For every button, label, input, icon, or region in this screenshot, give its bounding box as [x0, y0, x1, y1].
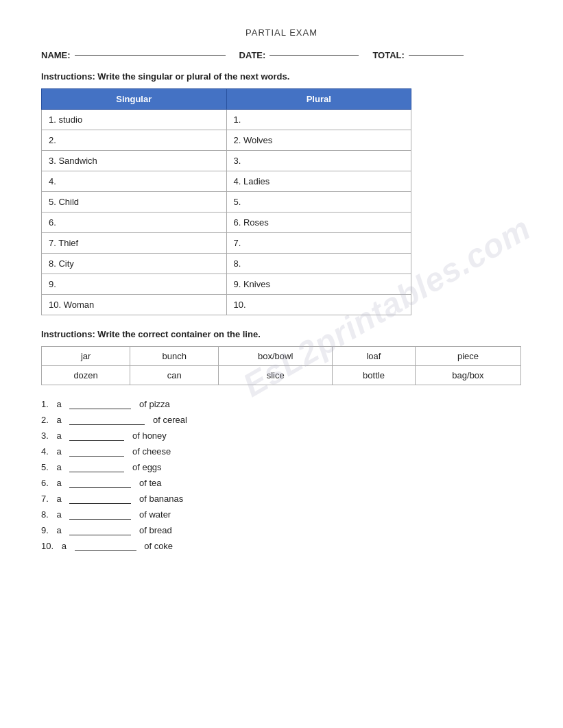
fill-num: 5.	[41, 462, 49, 472]
fill-prefix: a	[56, 509, 61, 520]
container-cell: bunch	[130, 347, 219, 366]
container-table: jarbunchbox/bowlloafpiecedozencanslicebo…	[41, 346, 521, 385]
singular-cell: 6.	[42, 213, 227, 233]
fill-suffix: of bread	[139, 525, 172, 535]
fill-suffix: of cereal	[153, 415, 187, 425]
fill-suffix: of water	[139, 509, 171, 520]
container-row: dozencanslicebottlebag/box	[42, 366, 521, 385]
fill-item: 4. a of cheese	[41, 446, 522, 457]
table-row: 4.4. Ladies	[42, 171, 411, 192]
fill-num: 9.	[41, 525, 49, 535]
plural-cell: 6. Roses	[226, 213, 411, 233]
table-row: 5. Child5.	[42, 192, 411, 213]
fill-prefix: a	[56, 430, 61, 441]
fill-blank[interactable]	[69, 431, 124, 441]
container-row: jarbunchbox/bowlloafpiece	[42, 347, 521, 366]
total-label: TOTAL:	[372, 50, 404, 60]
fill-blank[interactable]	[69, 494, 131, 504]
fill-prefix: a	[56, 399, 61, 409]
singular-cell: 3. Sandwich	[42, 151, 227, 171]
fill-blank[interactable]	[69, 400, 131, 409]
container-cell: box/bowl	[219, 347, 333, 366]
fill-item: 5. a of eggs	[41, 462, 522, 472]
s2-instructions-bold: Write the correct container on the line.	[97, 329, 260, 339]
date-label: DATE:	[239, 50, 266, 60]
fill-num: 6.	[41, 478, 49, 488]
fill-suffix: of cheese	[132, 446, 171, 457]
date-underline	[269, 55, 359, 56]
fill-suffix: of tea	[139, 478, 162, 488]
plural-cell: 1.	[226, 110, 411, 130]
plural-cell: 3.	[226, 151, 411, 171]
fill-item: 9. a of bread	[41, 525, 522, 535]
name-field: NAME:	[41, 50, 226, 60]
table-row: 7. Thief7.	[42, 233, 411, 254]
fill-item: 8. a of water	[41, 509, 522, 520]
fill-blank[interactable]	[69, 478, 131, 488]
fill-prefix: a	[56, 415, 61, 425]
fill-prefix: a	[56, 494, 61, 504]
fill-num: 10.	[41, 541, 53, 551]
fill-blank[interactable]	[69, 463, 124, 472]
fill-section: 1. a of pizza2. a of cereal3. a of honey…	[41, 399, 522, 551]
s2-instructions-prefix: Instructions:	[41, 329, 97, 339]
plural-cell: 2. Wolves	[226, 130, 411, 151]
fill-num: 4.	[41, 446, 49, 457]
fill-item: 10. a of coke	[41, 541, 522, 551]
instructions-prefix: Instructions:	[41, 71, 97, 82]
singular-cell: 2.	[42, 130, 227, 151]
singular-cell: 10. Woman	[42, 295, 227, 315]
fill-prefix: a	[62, 541, 67, 551]
fill-blank[interactable]	[75, 542, 136, 551]
table-row: 9.9. Knives	[42, 274, 411, 295]
table-row: 3. Sandwich3.	[42, 151, 411, 171]
total-field: TOTAL:	[372, 50, 463, 60]
fill-num: 8.	[41, 509, 49, 520]
fill-item: 1. a of pizza	[41, 399, 522, 409]
fill-item: 7. a of bananas	[41, 494, 522, 504]
fill-item: 3. a of honey	[41, 430, 522, 441]
singular-cell: 8. City	[42, 254, 227, 274]
singular-cell: 9.	[42, 274, 227, 295]
fill-prefix: a	[56, 478, 61, 488]
container-cell: piece	[415, 347, 520, 366]
fill-prefix: a	[56, 525, 61, 535]
fill-suffix: of bananas	[139, 494, 183, 504]
name-underline	[75, 55, 226, 56]
container-cell: bottle	[333, 366, 416, 385]
container-cell: can	[130, 366, 219, 385]
fill-num: 2.	[41, 415, 49, 425]
container-cell: dozen	[42, 366, 130, 385]
singular-cell: 1. studio	[42, 110, 227, 130]
total-underline	[409, 55, 464, 56]
fill-suffix: of honey	[132, 430, 167, 441]
container-cell: jar	[42, 347, 130, 366]
fill-num: 3.	[41, 430, 49, 441]
singular-cell: 5. Child	[42, 192, 227, 213]
fill-blank[interactable]	[69, 526, 131, 535]
header-row: NAME: DATE: TOTAL:	[41, 50, 522, 60]
table-row: 10. Woman10.	[42, 295, 411, 315]
fill-blank[interactable]	[69, 415, 145, 425]
fill-item: 2. a of cereal	[41, 415, 522, 425]
plural-cell: 8.	[226, 254, 411, 274]
singular-plural-table: Singular Plural 1. studio1.2.2. Wolves3.…	[41, 88, 411, 315]
date-field: DATE:	[239, 50, 359, 60]
singular-cell: 7. Thief	[42, 233, 227, 254]
fill-num: 7.	[41, 494, 49, 504]
singular-cell: 4.	[42, 171, 227, 192]
table-row: 6.6. Roses	[42, 213, 411, 233]
fill-blank[interactable]	[69, 510, 131, 520]
fill-suffix: of pizza	[139, 399, 170, 409]
table-row: 8. City8.	[42, 254, 411, 274]
section1-instructions: Instructions: Write the singular or plur…	[41, 71, 522, 82]
container-cell: slice	[219, 366, 333, 385]
page-title: PARTIAL EXAM	[41, 27, 522, 38]
section2-instructions: Instructions: Write the correct containe…	[41, 329, 522, 339]
fill-blank[interactable]	[69, 447, 124, 457]
plural-cell: 4. Ladies	[226, 171, 411, 192]
fill-num: 1.	[41, 399, 49, 409]
fill-suffix: of coke	[144, 541, 173, 551]
singular-header: Singular	[42, 89, 227, 110]
instructions-bold: Write the singular or plural of the next…	[97, 71, 289, 82]
